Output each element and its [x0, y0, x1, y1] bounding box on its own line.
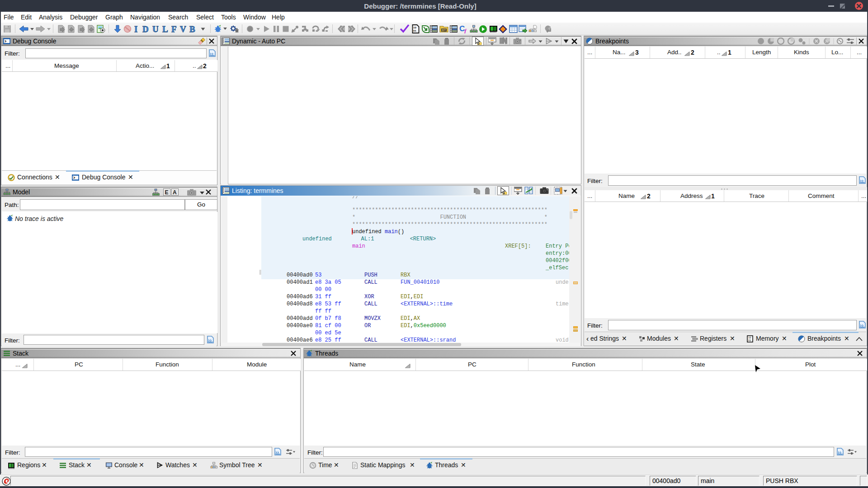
svg-text:A: A	[173, 189, 177, 196]
svg-text:01: 01	[413, 29, 417, 33]
svg-text:01: 01	[748, 339, 751, 342]
svg-text:E: E	[165, 189, 169, 196]
svg-text:DT: DT	[442, 28, 446, 32]
svg-text:f: f	[464, 28, 467, 33]
svg-text:10: 10	[413, 26, 417, 29]
